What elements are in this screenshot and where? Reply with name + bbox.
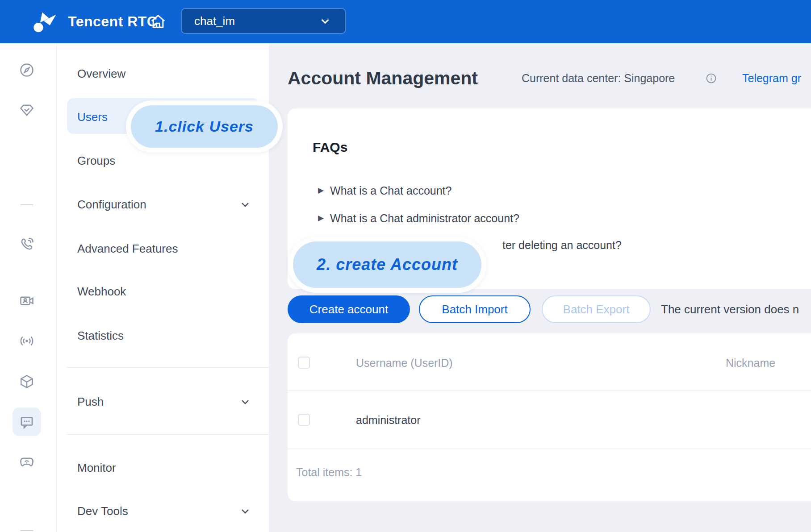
accounts-table: Username (UserID) Nickname administrator… (288, 333, 811, 501)
chevron-down-icon[interactable] (239, 198, 251, 211)
faq-question: What is a Chat account? (330, 184, 451, 197)
faq-title: FAQs (313, 140, 347, 155)
faq-item-chat-account[interactable]: ▶ What is a Chat account? (318, 183, 451, 198)
chevron-down-icon[interactable] (239, 395, 251, 408)
annotation-step2-bubble: 2. create Account (288, 237, 486, 293)
live-broadcast-icon[interactable] (19, 333, 35, 349)
gem-icon[interactable] (19, 102, 35, 118)
app-selector-value: chat_im (182, 14, 318, 28)
triangle-right-icon: ▶ (318, 186, 324, 195)
telegram-link[interactable]: Telegram gr (742, 72, 801, 85)
sidebar-divider (67, 367, 269, 368)
chat-icon[interactable] (19, 414, 35, 430)
version-note: The current version does n (661, 303, 799, 316)
annotation-step2-text: 2. create Account (317, 255, 458, 274)
sidebar-item-users[interactable]: Users (77, 109, 108, 125)
sidebar-divider (67, 434, 269, 435)
game-controller-icon[interactable] (19, 454, 35, 470)
cell-username: administrator (356, 414, 421, 427)
call-icon[interactable] (19, 236, 35, 252)
rail-divider (21, 204, 33, 205)
app-selector-dropdown[interactable]: chat_im (181, 8, 346, 34)
table-divider (288, 391, 811, 391)
sidebar-item-advanced-features[interactable]: Advanced Features (77, 241, 178, 256)
batch-export-button[interactable]: Batch Export (542, 295, 651, 323)
column-header-nickname: Nickname (726, 357, 775, 370)
select-all-checkbox[interactable] (298, 357, 310, 369)
sidebar-item-push[interactable]: Push (77, 394, 104, 409)
compass-icon[interactable] (19, 62, 35, 78)
column-header-username: Username (UserID) (356, 357, 453, 370)
sidebar-item-dev-tools[interactable]: Dev Tools (77, 503, 128, 519)
sidebar-item-statistics[interactable]: Statistics (77, 328, 124, 343)
create-account-button[interactable]: Create account (288, 295, 410, 323)
row-checkbox[interactable] (298, 414, 310, 426)
info-icon[interactable] (706, 73, 717, 84)
data-center-label: Current data center: Singapore (522, 72, 675, 85)
brand-title: Tencent RTC (68, 0, 157, 43)
table-divider (288, 449, 811, 449)
annotation-step1-bubble: 1.click Users (126, 100, 283, 153)
chevron-down-icon[interactable] (239, 505, 251, 517)
tencent-rtc-logo-icon (30, 9, 58, 35)
batch-import-button[interactable]: Batch Import (419, 295, 531, 323)
sidebar-item-configuration[interactable]: Configuration (77, 197, 146, 212)
home-icon[interactable] (149, 12, 167, 30)
video-call-icon[interactable] (19, 293, 35, 309)
sidebar-item-overview[interactable]: Overview (77, 66, 125, 81)
cube-icon[interactable] (19, 374, 35, 390)
rail-divider (21, 530, 33, 531)
triangle-right-icon: ▶ (318, 213, 324, 223)
page-title: Account Management (288, 68, 478, 89)
icon-rail (0, 43, 57, 532)
faq-item-delete-account[interactable]: ter deleting an account? (502, 239, 622, 252)
sidebar-item-groups[interactable]: Groups (77, 153, 115, 168)
top-bar: Tencent RTC chat_im (0, 0, 811, 43)
faq-item-admin-account[interactable]: ▶ What is a Chat administrator account? (318, 211, 519, 225)
total-items-label: Total items: 1 (296, 466, 362, 479)
sidebar-item-webhook[interactable]: Webhook (77, 284, 126, 299)
chevron-down-icon (318, 14, 332, 28)
annotation-step1-text: 1.click Users (155, 118, 254, 135)
sidebar-item-monitor[interactable]: Monitor (77, 460, 116, 475)
faq-question: What is a Chat administrator account? (330, 212, 519, 225)
